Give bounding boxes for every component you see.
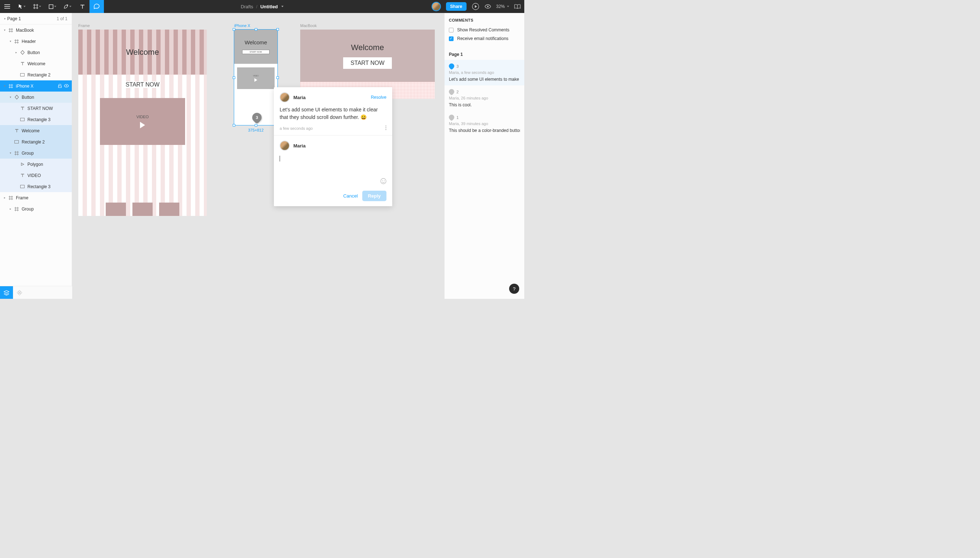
page-selector[interactable]: ▸Page 1 1 of 1: [0, 13, 72, 25]
bottom-bar: [0, 286, 72, 299]
layer-row[interactable]: ▾Button: [0, 92, 72, 103]
frame-icon: [14, 150, 20, 156]
comment-tool[interactable]: [89, 0, 104, 13]
comment-popup: Maria Resolve Let's add some UI elements…: [274, 87, 392, 206]
play-icon: [140, 122, 145, 128]
layer-row[interactable]: ▾Group: [0, 148, 72, 159]
show-resolved-toggle[interactable]: Show Resolved Comments: [449, 27, 520, 33]
layer-row[interactable]: ▾MacBook: [0, 25, 72, 36]
component-icon: [20, 50, 25, 56]
layer-row[interactable]: ▸Frame: [0, 192, 72, 203]
comment-number: 1: [456, 115, 459, 120]
comment-timestamp: a few seconds ago: [280, 126, 313, 130]
resolve-button[interactable]: Resolve: [371, 95, 387, 100]
thumbnail: [159, 203, 180, 216]
layer-row[interactable]: Rectangle 3: [0, 114, 72, 125]
svg-point-2: [487, 6, 489, 7]
text-tool[interactable]: [75, 0, 89, 13]
comment-preview: This is cool.: [449, 102, 520, 107]
layer-row[interactable]: Welcome: [0, 58, 72, 69]
frame-icon: [8, 195, 14, 201]
components-mode-button[interactable]: [13, 286, 26, 299]
layer-row[interactable]: Rectangle 2: [0, 69, 72, 80]
layer-row[interactable]: VIDEO: [0, 170, 72, 181]
layer-row[interactable]: Rectangle 2: [0, 136, 72, 148]
layer-label: Header: [21, 39, 36, 44]
layer-row[interactable]: ▾Header: [0, 36, 72, 47]
cancel-button[interactable]: Cancel: [343, 193, 357, 199]
layer-row[interactable]: Rectangle 3: [0, 181, 72, 192]
svg-point-10: [385, 129, 387, 130]
start-now-button: START NOW: [242, 50, 270, 54]
email-notif-toggle[interactable]: Receive email notifications: [449, 36, 520, 41]
comment-author: Maria: [293, 95, 306, 100]
comment-list-item[interactable]: 1 Maria, 39 minutes ago This should be a…: [445, 111, 524, 136]
layers-mode-button[interactable]: [0, 286, 13, 299]
comment-preview: This should be a color-branded button: [449, 128, 520, 133]
frame-icon: [8, 83, 14, 89]
reply-button[interactable]: Reply: [362, 191, 387, 201]
unlock-icon[interactable]: [58, 84, 62, 88]
welcome-text: Welcome: [351, 43, 384, 52]
present-button[interactable]: [472, 3, 479, 10]
layer-row[interactable]: Polygon: [0, 159, 72, 170]
share-button[interactable]: Share: [446, 2, 466, 11]
file-title[interactable]: Untitled: [260, 4, 277, 9]
layers-list: ▾MacBook▾Header▸ButtonWelcomeRectangle 2…: [0, 25, 72, 215]
layer-label: Rectangle 3: [27, 184, 51, 189]
layer-row[interactable]: ▸Group: [0, 203, 72, 215]
comment-pin-icon: [448, 62, 455, 70]
move-tool[interactable]: [15, 0, 30, 13]
reply-author: Maria: [293, 143, 306, 149]
visibility-icon[interactable]: [64, 84, 69, 88]
top-toolbar: Drafts / Untitled Share 32%: [0, 0, 524, 13]
title-caret-icon[interactable]: [282, 6, 283, 7]
layer-row[interactable]: ▾iPhone X: [0, 80, 72, 92]
artboard-frame[interactable]: Frame Welcome START NOW VIDEO: [78, 30, 207, 216]
layer-row[interactable]: Welcome: [0, 125, 72, 136]
layer-label: Button: [21, 95, 34, 100]
panel-title: COMMENTS: [449, 18, 520, 22]
svg-rect-5: [21, 118, 25, 121]
comments-page-label: Page 1: [449, 52, 520, 57]
comment-meta: Maria, 39 minutes ago: [449, 121, 520, 126]
reply-avatar: [280, 141, 290, 151]
user-avatar[interactable]: [432, 2, 441, 11]
breadcrumb-separator: /: [256, 4, 258, 9]
comment-list-item[interactable]: 3 Maria, a few seconds ago Let's add som…: [445, 60, 524, 85]
shape-tool[interactable]: [45, 0, 60, 13]
pen-tool[interactable]: [60, 0, 75, 13]
rect-icon: [20, 72, 25, 78]
zoom-control[interactable]: 32%: [496, 4, 509, 9]
polygon-icon: [20, 161, 25, 167]
artboard-label[interactable]: iPhone X: [234, 23, 250, 28]
view-button[interactable]: [484, 4, 491, 9]
artboard-label[interactable]: Frame: [78, 23, 90, 28]
layer-label: Welcome: [27, 61, 46, 66]
comment-pin-icon: [448, 88, 455, 95]
layer-label: Polygon: [27, 162, 43, 167]
artboard-label[interactable]: MacBook: [300, 23, 317, 28]
reply-input[interactable]: [280, 156, 387, 170]
artboard-iphone[interactable]: iPhone X Welcome START NOW VIDEO 375×812: [234, 30, 277, 125]
library-button[interactable]: [514, 4, 520, 9]
text-icon: [20, 106, 25, 112]
layer-row[interactable]: START NOW: [0, 103, 72, 114]
menu-button[interactable]: [0, 0, 15, 13]
checkbox-icon[interactable]: [449, 36, 453, 41]
checkbox-icon[interactable]: [449, 28, 453, 33]
comment-number: 3: [456, 64, 459, 69]
canvas[interactable]: Frame Welcome START NOW VIDEO: [72, 13, 444, 299]
layer-label: Frame: [16, 195, 28, 200]
emoji-icon[interactable]: [380, 178, 387, 185]
svg-point-11: [380, 179, 386, 184]
comment-menu-icon[interactable]: [385, 125, 387, 131]
frame-icon: [8, 27, 14, 33]
breadcrumb-root[interactable]: Drafts: [240, 4, 253, 9]
comment-list-item[interactable]: 2 Maria, 26 minutes ago This is cool.: [445, 85, 524, 111]
frame-tool[interactable]: [30, 0, 45, 13]
play-icon: [254, 78, 257, 82]
svg-rect-6: [15, 141, 19, 143]
help-button[interactable]: ?: [509, 284, 519, 294]
layer-row[interactable]: ▸Button: [0, 47, 72, 58]
